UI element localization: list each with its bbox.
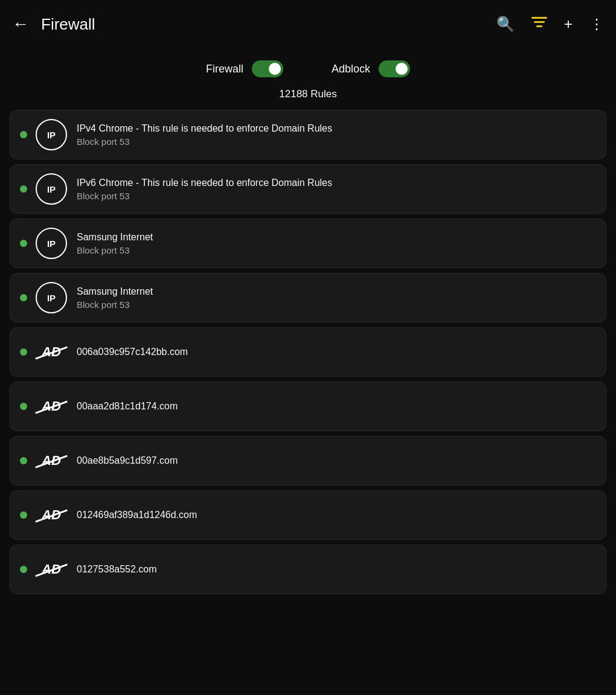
rule-domain: 00ae8b5a9c1d597.com — [77, 455, 178, 466]
rule-list: IPIPv4 Chrome - This rule is needed to e… — [0, 110, 616, 599]
ip-icon: IP — [36, 119, 67, 150]
firewall-toggle-group: Firewall — [206, 60, 283, 77]
status-dot — [20, 403, 27, 410]
list-item[interactable]: IPIPv4 Chrome - This rule is needed to e… — [10, 110, 606, 159]
status-dot — [20, 240, 27, 247]
adblock-toggle[interactable] — [379, 60, 410, 77]
list-item[interactable]: AD006a039c957c142bb.com — [10, 327, 606, 377]
ip-icon: IP — [36, 173, 67, 205]
ad-icon: AD — [36, 499, 67, 531]
adblock-label: Adblock — [332, 63, 370, 75]
ad-icon: AD — [36, 554, 67, 585]
adblock-toggle-group: Adblock — [332, 60, 410, 77]
list-item[interactable]: IPSamsung InternetBlock port 53 — [10, 219, 606, 268]
list-item[interactable]: IPSamsung InternetBlock port 53 — [10, 273, 606, 322]
search-icon[interactable]: 🔍 — [496, 16, 515, 33]
status-dot — [20, 566, 27, 573]
firewall-toggle[interactable] — [252, 60, 283, 77]
firewall-label: Firewall — [206, 63, 243, 75]
ip-icon: IP — [36, 282, 67, 313]
rule-subtitle: Block port 53 — [77, 136, 332, 147]
rule-subtitle: Block port 53 — [77, 191, 332, 201]
rule-domain: 0127538a552.com — [77, 564, 157, 575]
back-button[interactable]: ← — [12, 14, 29, 34]
filter-icon[interactable] — [531, 16, 547, 33]
add-icon[interactable]: + — [564, 16, 573, 33]
app-header: ← Firewall 🔍 + ⋮ — [0, 0, 616, 48]
rule-content: 012469af389a1d1246d.com — [77, 510, 197, 520]
rule-subtitle: Block port 53 — [77, 245, 153, 255]
more-options-icon[interactable]: ⋮ — [589, 16, 604, 33]
status-dot — [20, 294, 27, 301]
status-dot — [20, 511, 27, 519]
list-item[interactable]: AD00aaa2d81c1d174.com — [10, 382, 606, 431]
rule-content: 00ae8b5a9c1d597.com — [77, 455, 178, 466]
list-item[interactable]: AD012469af389a1d1246d.com — [10, 490, 606, 540]
rule-content: 0127538a552.com — [77, 564, 157, 575]
rule-content: 006a039c957c142bb.com — [77, 347, 188, 357]
rule-subtitle: Block port 53 — [77, 299, 153, 310]
rule-content: IPv4 Chrome - This rule is needed to enf… — [77, 123, 332, 147]
svg-rect-1 — [534, 21, 545, 23]
status-dot — [20, 185, 27, 193]
rule-content: Samsung InternetBlock port 53 — [77, 232, 153, 255]
status-dot — [20, 131, 27, 138]
list-item[interactable]: AD0127538a552.com — [10, 545, 606, 594]
rule-domain: 006a039c957c142bb.com — [77, 347, 188, 357]
rule-content: 00aaa2d81c1d174.com — [77, 401, 178, 412]
rule-title: IPv6 Chrome - This rule is needed to enf… — [77, 178, 332, 188]
rule-content: Samsung InternetBlock port 53 — [77, 286, 153, 310]
status-dot — [20, 457, 27, 464]
ad-icon: AD — [36, 445, 67, 476]
list-item[interactable]: AD00ae8b5a9c1d597.com — [10, 436, 606, 485]
ad-icon: AD — [36, 391, 67, 422]
status-dot — [20, 348, 27, 356]
svg-rect-2 — [536, 25, 542, 27]
rule-title: IPv4 Chrome - This rule is needed to enf… — [77, 123, 332, 134]
rule-title: Samsung Internet — [77, 286, 153, 297]
header-actions: 🔍 + ⋮ — [496, 16, 604, 33]
ad-icon: AD — [36, 336, 67, 368]
rule-domain: 012469af389a1d1246d.com — [77, 510, 197, 520]
page-title: Firewall — [41, 15, 496, 34]
svg-rect-0 — [531, 17, 547, 19]
rule-title: Samsung Internet — [77, 232, 153, 243]
rule-domain: 00aaa2d81c1d174.com — [77, 401, 178, 412]
ip-icon: IP — [36, 228, 67, 259]
rule-content: IPv6 Chrome - This rule is needed to enf… — [77, 178, 332, 201]
rules-count: 12188 Rules — [0, 83, 616, 110]
toggle-section: Firewall Adblock — [0, 48, 616, 83]
list-item[interactable]: IPIPv6 Chrome - This rule is needed to e… — [10, 164, 606, 214]
